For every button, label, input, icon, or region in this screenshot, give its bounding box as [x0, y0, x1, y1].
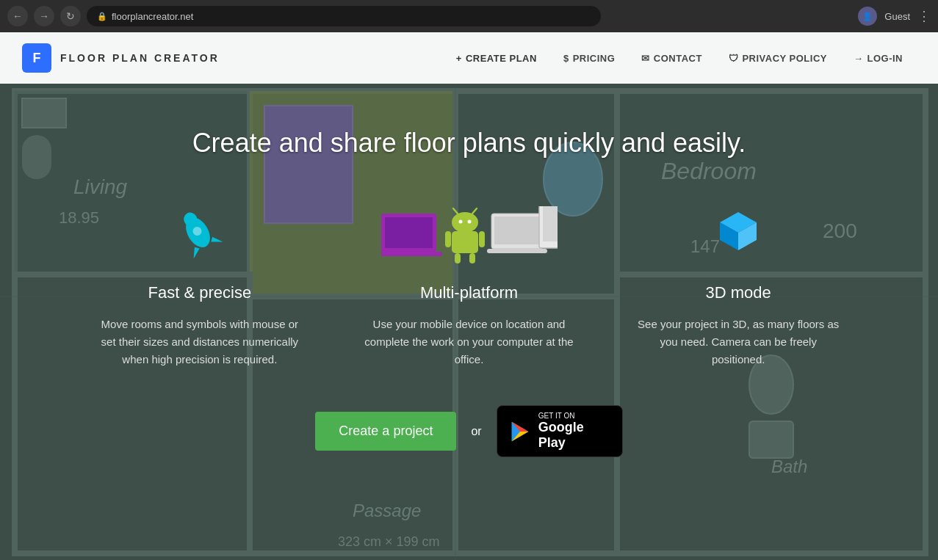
svg-text:Passage: Passage: [353, 501, 421, 520]
refresh-button[interactable]: ↻: [60, 6, 81, 26]
svg-rect-46: [494, 217, 540, 244]
3d-mode-icon-area: [709, 203, 768, 269]
forward-button[interactable]: →: [34, 6, 54, 26]
svg-text:Bath: Bath: [771, 457, 807, 476]
feature-3d-mode: 3D mode See your project in 3D, as many …: [604, 203, 873, 368]
nav-privacy-policy[interactable]: 🛡 PRIVACY POLICY: [715, 47, 840, 70]
svg-point-36: [458, 220, 462, 224]
login-icon: →: [854, 53, 864, 64]
svg-rect-49: [543, 206, 558, 241]
envelope-icon: ✉: [641, 53, 650, 64]
svg-rect-43: [455, 253, 461, 263]
dollar-icon: $: [563, 53, 569, 64]
svg-point-37: [467, 220, 471, 224]
multi-platform-title: Multi-platform: [420, 283, 518, 302]
fast-precise-desc: Move rooms and symbols with mouse or set…: [95, 316, 306, 368]
svg-marker-30: [209, 233, 223, 247]
rocket-icon: [170, 206, 229, 265]
svg-rect-40: [452, 231, 478, 253]
browser-chrome: ← → ↻ 🔒 floorplancreator.net 👤 Guest ⋮: [0, 0, 938, 32]
url-text: floorplancreator.net: [112, 11, 193, 22]
logo-icon: F: [22, 43, 51, 73]
back-button[interactable]: ←: [7, 6, 28, 26]
google-play-logo: [509, 420, 531, 443]
svg-text:323 cm × 199 cm: 323 cm × 199 cm: [338, 534, 440, 549]
svg-marker-29: [189, 245, 203, 258]
site-wrapper: Living 18.95 Bedroom 147 200 Passage 323…: [0, 32, 938, 560]
address-bar[interactable]: 🔒 floorplancreator.net: [87, 6, 601, 26]
3d-mode-desc: See your project in 3D, as many floors a…: [633, 316, 844, 368]
nav-pricing[interactable]: $ PRICING: [550, 47, 628, 70]
shield-icon: 🛡: [729, 53, 739, 64]
nav-log-in[interactable]: → LOG-IN: [840, 47, 916, 70]
google-play-text: GET IT ON Google Play: [538, 412, 610, 451]
nav-links: + CREATE PLAN $ PRICING ✉ CONTACT 🛡 PRIV…: [443, 47, 916, 70]
nav-create-plan[interactable]: + CREATE PLAN: [443, 47, 550, 70]
create-project-button[interactable]: Create a project: [315, 412, 456, 451]
3d-mode-title: 3D mode: [706, 283, 771, 302]
hero-title: Create and share floor plans quickly and…: [192, 128, 746, 159]
feature-multi-platform: Multi-platform Use your mobile device on…: [334, 203, 604, 368]
multiplatform-icon: [381, 206, 558, 265]
feature-fast-precise: Fast & precise Move rooms and symbols wi…: [65, 203, 335, 368]
user-name: Guest: [884, 11, 910, 22]
fast-precise-icon-area: [170, 203, 229, 269]
logo-link[interactable]: F FLOOR PLAN CREATOR: [22, 43, 220, 73]
multi-platform-desc: Use your mobile device on location and c…: [364, 316, 574, 368]
svg-rect-33: [385, 217, 433, 248]
menu-dots[interactable]: ⋮: [917, 8, 931, 24]
svg-rect-34: [381, 252, 442, 256]
hero-section: Create and share floor plans quickly and…: [0, 84, 938, 457]
user-avatar[interactable]: 👤: [858, 7, 877, 26]
svg-rect-41: [445, 231, 451, 247]
plus-icon: +: [456, 53, 462, 64]
nav-contact[interactable]: ✉ CONTACT: [628, 47, 715, 70]
features-section: Fast & precise Move rooms and symbols wi…: [65, 203, 873, 368]
navbar: F FLOOR PLAN CREATOR + CREATE PLAN $ PRI…: [0, 32, 938, 84]
browser-right: 👤 Guest ⋮: [858, 7, 931, 26]
or-text: or: [471, 425, 481, 438]
svg-rect-47: [487, 249, 547, 253]
multi-platform-icon-area: [381, 203, 558, 269]
svg-point-35: [452, 212, 478, 233]
fast-precise-title: Fast & precise: [148, 283, 252, 302]
google-play-button[interactable]: GET IT ON Google Play: [497, 405, 623, 457]
svg-rect-42: [479, 231, 485, 247]
lock-icon: 🔒: [97, 12, 107, 21]
svg-line-39: [472, 208, 477, 214]
svg-rect-44: [469, 253, 475, 263]
svg-line-38: [453, 208, 458, 214]
logo-text: FLOOR PLAN CREATOR: [60, 52, 220, 64]
cta-area: Create a project or GET IT ON Google Pla…: [315, 405, 622, 457]
3d-box-icon: [709, 206, 768, 265]
